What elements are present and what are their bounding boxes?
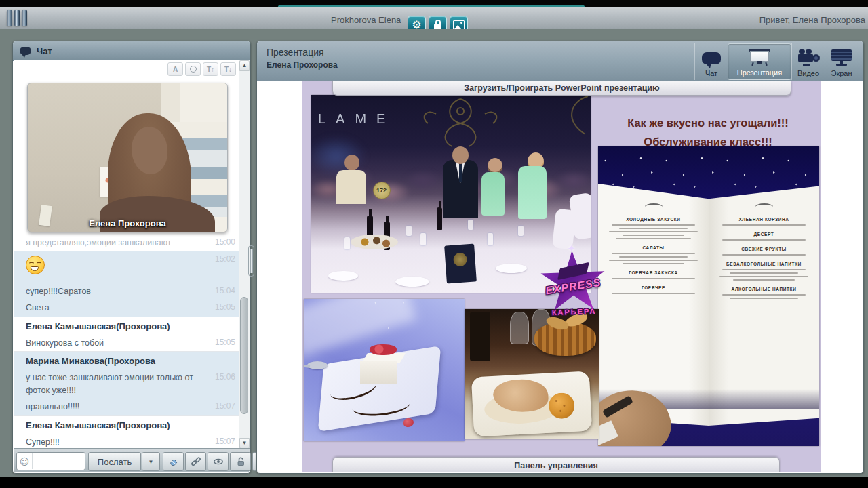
message-text: я представляю,эмоции зашкаливают — [26, 237, 211, 249]
menu-text-line — [623, 235, 685, 236]
message-text: Марина Минакова(Прохорова — [26, 356, 235, 367]
message-time: 15:07 — [211, 401, 235, 411]
message-time: 15:06 — [211, 371, 235, 382]
strawberry-topping — [370, 344, 397, 355]
menu-text-line — [619, 228, 687, 229]
chat-message-row: супер!!!!Саратов15:04 — [14, 283, 239, 300]
scroll-up-button[interactable]: ▲ — [239, 60, 250, 71]
menu-section-header: ГОРЯЧЕЕ — [605, 285, 702, 290]
message-text: у нас тоже зашкаливают эмоции только от … — [26, 371, 211, 397]
tab-screen[interactable]: Экран — [825, 43, 858, 80]
menu-text-line — [722, 269, 806, 270]
dinner-plate — [471, 371, 593, 437]
video-mode-icon — [797, 49, 820, 66]
font-color-button[interactable]: A — [167, 62, 183, 76]
chat-minibar: A T↑ T↓ — [167, 62, 236, 76]
visibility-button[interactable] — [208, 452, 229, 471]
menu-text-line — [730, 298, 797, 299]
guest-head — [452, 146, 469, 164]
message-input[interactable] — [33, 453, 84, 469]
panel-splitter-handle[interactable] — [248, 245, 254, 277]
clock-button[interactable] — [185, 62, 201, 76]
tab-presentation[interactable]: Презентация — [728, 43, 791, 80]
menu-text-line — [719, 276, 809, 277]
font-smaller-button[interactable]: T↓ — [220, 62, 236, 76]
menu-text-line — [612, 224, 695, 226]
message-text: правильно!!!!! — [26, 401, 211, 413]
menu-section-header: ДЕСЕРТ — [715, 232, 812, 237]
tab-label: Чат — [705, 69, 717, 77]
menu-text-line — [722, 294, 806, 296]
menu-section: САЛАТЫ — [605, 245, 702, 264]
strawberry — [403, 418, 414, 427]
scroll-down-button[interactable]: ▼ — [239, 438, 250, 449]
menu-section-header: ХЛЕБНАЯ КОРЗИНА — [715, 217, 812, 222]
menu-section: АЛКОГОЛЬНЫЕ НАПИТКИ — [715, 287, 812, 299]
menu-text-line — [730, 272, 797, 274]
chat-input-bar: ☺ Послать ▼ — [14, 448, 250, 472]
guest-suit — [443, 160, 478, 218]
control-panel-button[interactable]: Панель управления — [332, 457, 780, 472]
unlock-chat-button[interactable] — [230, 452, 251, 471]
chat-message-list: я представляю,эмоции зашкаливают15:0015:… — [14, 235, 239, 449]
message-time: 15:07 — [211, 436, 235, 446]
menu-text-line — [722, 224, 806, 226]
tab-video[interactable]: Видео — [791, 43, 825, 80]
menu-photo: ХОЛОДНЫЕ ЗАКУСКИСАЛАТЫГОРЯЧАЯ ЗАКУСКАГОР… — [598, 146, 819, 446]
scrollbar-thumb[interactable] — [240, 297, 248, 414]
gold-ornament-corner — [555, 95, 589, 136]
message-time: 15:04 — [211, 285, 235, 296]
table-number-badge: 172 — [373, 182, 391, 199]
send-button[interactable]: Послать — [88, 452, 141, 471]
chat-message-row: у нас тоже зашкаливают эмоции только от … — [14, 369, 239, 399]
font-bigger-button[interactable]: T↑ — [203, 62, 218, 76]
webcam-video[interactable]: Елена Прохорова — [27, 83, 228, 232]
tab-chat[interactable]: Чат — [694, 43, 728, 80]
menu-text-line — [619, 256, 687, 258]
main-toolbar: Prokhorova Elena ⚙ Привет, Елена Прохоро… — [0, 7, 868, 30]
logo-bar — [14, 10, 20, 26]
table-glass — [468, 220, 473, 230]
tab-label: Видео — [797, 69, 819, 77]
menu-section: ДЕСЕРТ — [715, 232, 812, 241]
chat-message-row: правильно!!!!!15:07 — [14, 399, 239, 415]
logo-bar — [7, 10, 12, 26]
menu-section: ГОРЯЧАЯ ЗАКУСКА — [605, 270, 702, 279]
presenter-name: Prokhorova Elena — [331, 15, 401, 25]
presentation-subtitle: Елена Прохорова — [267, 60, 338, 70]
message-time: 15:05 — [211, 302, 235, 312]
slide: Загрузить/Проиграть PowerPoint презентац… — [302, 81, 821, 472]
menu-section-header: БЕЗАЛКОГОЛЬНЫЕ НАПИТКИ — [715, 262, 812, 266]
insert-link-button[interactable] — [185, 452, 206, 471]
emoticon-button[interactable]: ☺ — [17, 453, 33, 469]
mode-toolbar: Чат Презентация Видео — [694, 43, 858, 80]
clear-chat-button[interactable] — [163, 452, 184, 471]
menu-text-line — [722, 254, 806, 256]
wine-bottle — [437, 207, 442, 230]
send-options-button[interactable]: ▼ — [142, 452, 160, 471]
venue-brand-text: LAME — [318, 111, 395, 127]
menu-text-line — [612, 278, 695, 279]
chat-author-row: Елена Камышанская(Прохорова) — [14, 415, 239, 434]
menu-section: БЕЗАЛКОГОЛЬНЫЕ НАПИТКИ — [715, 262, 812, 281]
message-text: Света — [26, 302, 211, 314]
message-text: Винокурова с тобой — [26, 337, 211, 350]
guest-head — [344, 155, 359, 171]
menu-section-header: ХОЛОДНЫЕ ЗАКУСКИ — [605, 217, 702, 222]
menu-page-right: ХЛЕБНАЯ КОРЗИНАДЕСЕРТСВЕЖИЕ ФРУКТЫБЕЗАЛК… — [709, 174, 819, 426]
menu-text-line — [722, 239, 806, 241]
chat-message-row: Винокурова с тобой15:05 — [14, 335, 239, 352]
table-menu-card — [444, 244, 477, 284]
menu-text-line — [733, 279, 795, 281]
menu-text-line — [612, 293, 695, 294]
load-presentation-button[interactable]: Загрузить/Проиграть PowerPoint презентац… — [332, 81, 791, 96]
chat-panel-title: Чат — [37, 46, 52, 56]
message-time: 15:05 — [211, 337, 235, 347]
menu-text-line — [623, 263, 685, 264]
chat-panel-header: Чат — [13, 41, 250, 61]
video-name-label: Елена Прохорова — [28, 218, 227, 228]
message-time: 15:00 — [211, 237, 235, 247]
menu-section: ХЛЕБНАЯ КОРЗИНА — [715, 217, 812, 226]
greeting-text: Привет, Елена Прохорова — [760, 15, 865, 25]
chat-message-row: Света15:05 — [14, 300, 239, 317]
